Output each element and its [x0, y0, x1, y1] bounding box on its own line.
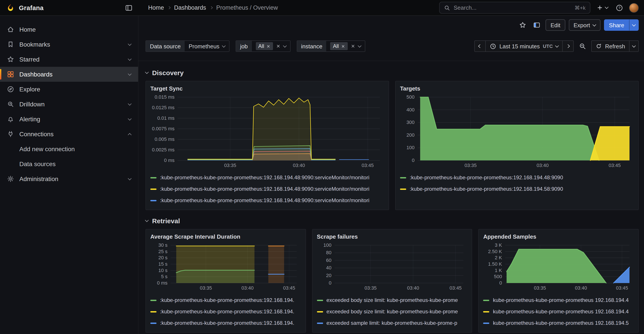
panel-title[interactable]: Target Sync [150, 84, 384, 94]
user-avatar-button[interactable] [629, 3, 639, 12]
star-dashboard-button[interactable] [518, 20, 528, 30]
grafana-logo[interactable] [6, 3, 15, 12]
svg-text:0: 0 [412, 158, 414, 163]
chevron-down-icon[interactable] [128, 102, 132, 106]
legend-item[interactable]: :kube-prometheus-kube-prome-prometheus:1… [400, 183, 634, 195]
legend-item[interactable]: :kube-prometheus-kube-prome-prometheus:1… [150, 294, 301, 306]
svg-text:300: 300 [406, 120, 414, 125]
help-button[interactable]: ? [614, 2, 625, 13]
sidebar-item-bookmarks[interactable]: Bookmarks [0, 37, 138, 52]
selected-value-chip[interactable]: All [256, 42, 273, 50]
time-series-chart[interactable]: 010020030040050003:3503:4003:45 [400, 94, 634, 169]
chevron-down-icon[interactable] [128, 72, 132, 76]
zoom-out-button[interactable] [578, 41, 588, 52]
sidebar-item-administration[interactable]: Administration [0, 172, 138, 186]
time-back-button[interactable] [474, 40, 486, 52]
clear-selection-icon[interactable] [276, 44, 280, 48]
legend-series-color [483, 322, 490, 324]
sidebar-item-starred[interactable]: Starred [0, 52, 138, 67]
legend-item[interactable]: :kube-prometheus-kube-prome-prometheus:1… [150, 183, 384, 195]
share-dropdown-button[interactable] [629, 19, 639, 31]
panel-title[interactable]: Appended Samples [483, 232, 634, 242]
section-retrieval[interactable]: Retrieval [146, 217, 639, 224]
svg-text:0 ms: 0 ms [157, 280, 168, 286]
svg-text:1 K: 1 K [495, 268, 502, 273]
legend-item[interactable]: kube-prometheus-kube-prome-prometheus 19… [483, 306, 634, 317]
section-discovery[interactable]: Discovery [146, 69, 639, 76]
panel-title[interactable]: Average Scrape Interval Duration [150, 232, 301, 242]
sidebar-item-label: Bookmarks [19, 41, 123, 48]
time-range-picker[interactable]: Last 15 minutes UTC [485, 40, 563, 52]
chevron-down-icon[interactable] [128, 176, 132, 180]
legend-item[interactable]: :kube-prometheus-kube-prome-prometheus:1… [150, 172, 384, 183]
selected-value-chip[interactable]: All [330, 42, 348, 50]
time-series-chart[interactable]: 0 ms0.0025 ms0.005 ms0.0075 ms0.01 ms0.0… [150, 94, 384, 169]
sidebar-item-label: Add new connection [19, 146, 131, 152]
sidebar-item-dashboards[interactable]: Dashboards [0, 67, 138, 82]
sidebar-item-drilldown[interactable]: Drilldown [0, 97, 138, 112]
legend-item[interactable]: exceeded sample limit: kube-prometheus-k… [317, 317, 467, 329]
sidebar-toggle-button[interactable] [124, 2, 134, 13]
refresh-button[interactable]: Refresh [592, 40, 630, 52]
svg-text:15 s: 15 s [158, 261, 168, 267]
datasource-variable: Data source Prometheus [146, 40, 230, 52]
chevron-down-icon[interactable] [358, 44, 361, 48]
breadcrumb-dashboards[interactable]: Dashboards [174, 4, 206, 11]
legend-item[interactable]: :kube-prometheus-kube-prome-prometheus:1… [150, 195, 384, 206]
svg-text:40: 40 [326, 265, 331, 270]
sidebar-item-add-new-connection[interactable]: Add new connection [0, 142, 138, 156]
legend-item[interactable]: :kube-prometheus-kube-prome-prometheus:1… [400, 172, 634, 183]
legend-item[interactable]: kube-prometheus-kube-prome-prometheus 19… [483, 294, 634, 306]
panel-row-retrieval: Average Scrape Interval Duration 0 ms5 s… [146, 229, 639, 333]
share-button[interactable]: Share [604, 19, 629, 31]
panel-title[interactable]: Targets [400, 84, 634, 94]
legend-series-color [483, 300, 490, 301]
remove-value-icon[interactable] [266, 44, 270, 48]
chevron-down-icon[interactable] [128, 57, 132, 61]
chevron-down-icon[interactable] [283, 44, 286, 48]
search-bar[interactable]: ⌘+k [439, 2, 590, 14]
legend-series-color [150, 177, 156, 178]
section-title: Discovery [152, 69, 184, 76]
help-icon: ? [616, 4, 623, 11]
chevron-down-icon[interactable] [128, 42, 132, 46]
legend-item[interactable]: :kube-prometheus-kube-prome-prometheus:1… [150, 317, 301, 329]
legend-item[interactable]: exceeded body size limit: kube-prometheu… [317, 294, 467, 306]
chevron-down-icon[interactable] [128, 117, 132, 120]
clear-selection-icon[interactable] [350, 44, 355, 48]
time-series-chart[interactable]: 02040608010003:3503:4003:45 [317, 242, 467, 292]
breadcrumb-home[interactable]: Home [148, 4, 164, 11]
export-button[interactable]: Export [568, 19, 600, 31]
legend-item[interactable]: exceeded body size limit: kube-prometheu… [317, 306, 467, 317]
svg-text:2.50 K: 2.50 K [488, 249, 502, 254]
datasource-picker[interactable]: Prometheus [185, 41, 229, 52]
chevron-right-icon [168, 6, 170, 9]
panel-targets: Targets 010020030040050003:3503:4003:45 … [395, 81, 639, 210]
chevron-down-icon [605, 5, 608, 9]
svg-text:100: 100 [406, 145, 414, 150]
instance-picker[interactable]: All [326, 41, 365, 52]
sidebar-item-label: Explore [19, 86, 131, 93]
sidebar-item-explore[interactable]: Explore [0, 82, 138, 97]
panel-title[interactable]: Scrape failures [317, 232, 467, 242]
chevron-left-icon [478, 44, 482, 48]
sidebar-item-alerting[interactable]: Alerting [0, 112, 138, 126]
job-picker[interactable]: All [252, 41, 290, 52]
new-button[interactable] [595, 3, 610, 13]
search-input[interactable] [454, 4, 571, 11]
sidebar-item-connections[interactable]: Connections [0, 126, 138, 142]
edit-pane-toggle-button[interactable] [532, 20, 542, 30]
time-series-chart[interactable]: 05001 K1.50 K2 K2.50 K3 K03:3503:4003:45 [483, 242, 634, 292]
legend-item[interactable]: kube-prometheus-kube-prome-prometheus 19… [483, 317, 634, 329]
edit-button[interactable]: Edit [546, 19, 565, 31]
time-forward-button[interactable] [562, 40, 574, 52]
sidebar-item-home[interactable]: Home [0, 22, 138, 37]
chevron-up-icon[interactable] [128, 133, 132, 137]
legend-item[interactable]: :kube-prometheus-kube-prome-prometheus:1… [150, 306, 301, 317]
sidebar-item-data-sources[interactable]: Data sources [0, 156, 138, 172]
plus-icon [596, 4, 603, 11]
time-series-chart[interactable]: 0 ms5 s10 s15 s20 s25 s30 s03:3503:4003:… [150, 242, 301, 292]
svg-text:0.015 ms: 0.015 ms [155, 94, 175, 100]
remove-value-icon[interactable] [341, 44, 345, 48]
refresh-interval-dropdown[interactable] [629, 40, 639, 52]
